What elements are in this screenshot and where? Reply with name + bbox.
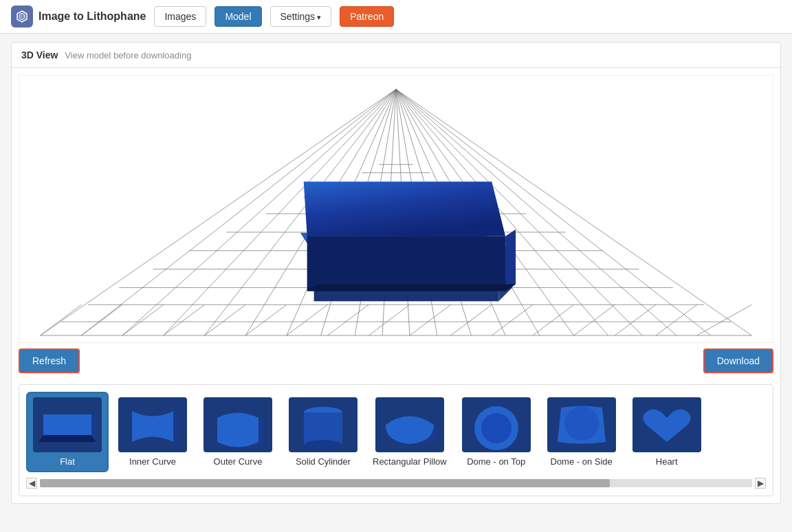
shape-label-outer-curve: Outer Curve [214, 456, 263, 467]
panel-body: Refresh Download Flat Inner Curve Outer … [12, 68, 780, 503]
svg-marker-56 [304, 181, 505, 236]
view-panel: 3D View View model before downloading [11, 42, 781, 504]
settings-nav-button[interactable]: Settings [270, 6, 332, 27]
svg-point-73 [481, 413, 512, 443]
shape-label-inner-curve: Inner Curve [129, 456, 176, 467]
patreon-nav-button[interactable]: Patreon [340, 6, 394, 27]
3d-scene-svg [19, 76, 773, 342]
panel-heading: 3D View View model before downloading [12, 43, 780, 68]
shape-thumb-heart [632, 397, 701, 452]
svg-marker-59 [307, 284, 516, 291]
scroll-left-arrow[interactable]: ◀ [26, 478, 37, 489]
main-content: 3D View View model before downloading [0, 34, 792, 520]
svg-rect-57 [307, 236, 506, 291]
svg-marker-62 [43, 414, 91, 435]
shape-label-solid-cylinder: Solid Cylinder [296, 456, 351, 467]
shape-item-solid-cylinder[interactable]: Solid Cylinder [282, 392, 364, 472]
refresh-button[interactable]: Refresh [19, 348, 80, 373]
shape-thumb-flat [33, 397, 102, 452]
shape-item-flat[interactable]: Flat [26, 392, 109, 472]
shape-thumb-dome-on-side [547, 397, 616, 452]
brand-name: Image to Lithophane [38, 10, 146, 23]
svg-point-75 [564, 406, 599, 441]
3d-viewport[interactable] [19, 75, 773, 343]
shape-item-dome-on-top[interactable]: Dome - on Top [455, 392, 538, 472]
download-button[interactable]: Download [703, 348, 773, 373]
shape-thumb-solid-cylinder [289, 397, 358, 452]
shape-item-heart[interactable]: Heart [626, 392, 708, 472]
shapes-row: Flat Inner Curve Outer Curve Solid Cylin… [26, 392, 766, 475]
panel-subtitle: View model before downloading [65, 50, 191, 60]
shape-label-heart: Heart [656, 456, 678, 467]
shape-item-dome-on-side[interactable]: Dome - on Side [540, 392, 623, 472]
shape-label-dome-on-top: Dome - on Top [467, 456, 525, 467]
scroll-row: ◀ ▶ [26, 478, 766, 489]
brand-logo[interactable]: Image to Lithophane [11, 5, 146, 27]
svg-marker-1 [19, 13, 25, 20]
panel-title: 3D View [21, 49, 58, 60]
brand-icon [11, 5, 33, 27]
shape-item-inner-curve[interactable]: Inner Curve [111, 392, 194, 472]
shape-label-flat: Flat [60, 456, 75, 467]
navbar: Image to Lithophane Images Model Setting… [0, 0, 792, 34]
scroll-track[interactable] [40, 479, 752, 487]
model-nav-button[interactable]: Model [214, 6, 261, 27]
svg-point-69 [304, 440, 342, 451]
shape-item-rectangular-pillow[interactable]: Rectangular Pillow [367, 392, 452, 472]
controls-row: Refresh Download [19, 343, 773, 379]
shape-selector: Flat Inner Curve Outer Curve Solid Cylin… [19, 384, 773, 496]
scroll-thumb [40, 479, 610, 487]
svg-marker-61 [38, 435, 96, 442]
shape-thumb-dome-on-top [462, 397, 531, 452]
images-nav-button[interactable]: Images [154, 6, 206, 27]
svg-marker-58 [505, 230, 516, 291]
shape-thumb-outer-curve [204, 397, 272, 452]
scroll-right-arrow[interactable]: ▶ [755, 478, 766, 489]
shape-item-outer-curve[interactable]: Outer Curve [197, 392, 279, 472]
shape-thumb-rectangular-pillow [375, 397, 444, 452]
shape-label-dome-on-side: Dome - on Side [551, 456, 613, 467]
shape-label-rectangular-pillow: Rectangular Pillow [373, 456, 447, 467]
shape-thumb-inner-curve [118, 397, 187, 452]
